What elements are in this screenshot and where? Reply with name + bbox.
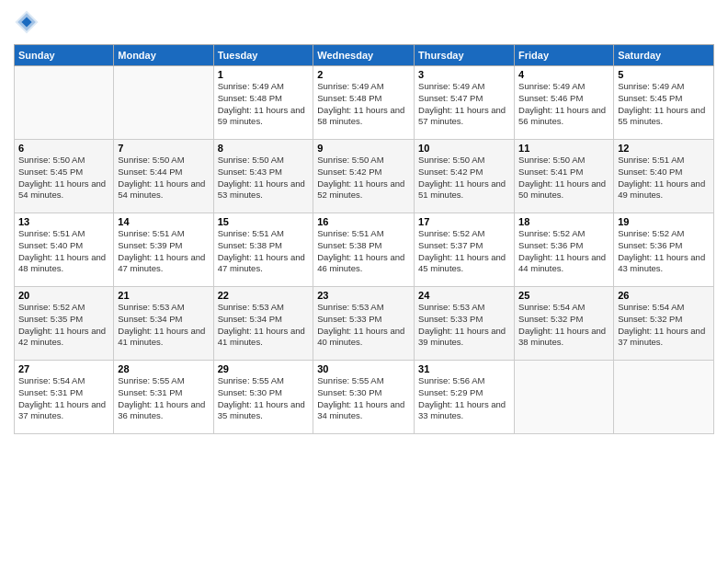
weekday-header-thursday: Thursday	[415, 45, 515, 66]
day-info: Sunrise: 5:52 AM Sunset: 5:37 PM Dayligh…	[418, 228, 510, 275]
day-cell: 20Sunrise: 5:52 AM Sunset: 5:35 PM Dayli…	[15, 287, 114, 361]
day-info: Sunrise: 5:51 AM Sunset: 5:38 PM Dayligh…	[218, 228, 310, 275]
day-info: Sunrise: 5:50 AM Sunset: 5:42 PM Dayligh…	[317, 155, 410, 201]
day-cell	[15, 66, 114, 140]
day-info: Sunrise: 5:55 AM Sunset: 5:30 PM Dayligh…	[317, 375, 410, 422]
weekday-header-tuesday: Tuesday	[213, 45, 313, 66]
day-cell: 14Sunrise: 5:51 AM Sunset: 5:39 PM Dayli…	[114, 213, 213, 287]
day-cell: 8Sunrise: 5:50 AM Sunset: 5:43 PM Daylig…	[213, 140, 313, 213]
day-info: Sunrise: 5:51 AM Sunset: 5:40 PM Dayligh…	[18, 228, 109, 275]
day-info: Sunrise: 5:50 AM Sunset: 5:41 PM Dayligh…	[518, 155, 609, 201]
day-number: 30	[317, 363, 410, 374]
day-number: 17	[418, 216, 510, 227]
day-cell: 3Sunrise: 5:49 AM Sunset: 5:47 PM Daylig…	[415, 66, 515, 140]
day-info: Sunrise: 5:52 AM Sunset: 5:36 PM Dayligh…	[518, 228, 609, 275]
day-number: 3	[418, 69, 510, 80]
header	[14, 9, 714, 35]
day-cell: 13Sunrise: 5:51 AM Sunset: 5:40 PM Dayli…	[15, 213, 114, 287]
day-number: 23	[317, 290, 410, 301]
day-number: 26	[618, 290, 710, 301]
day-info: Sunrise: 5:55 AM Sunset: 5:30 PM Dayligh…	[218, 375, 310, 422]
day-info: Sunrise: 5:50 AM Sunset: 5:43 PM Dayligh…	[218, 155, 310, 201]
day-info: Sunrise: 5:50 AM Sunset: 5:44 PM Dayligh…	[118, 155, 209, 201]
day-cell: 19Sunrise: 5:52 AM Sunset: 5:36 PM Dayli…	[614, 213, 714, 287]
day-cell: 21Sunrise: 5:53 AM Sunset: 5:34 PM Dayli…	[114, 287, 213, 361]
weekday-header-monday: Monday	[114, 45, 213, 66]
day-cell: 11Sunrise: 5:50 AM Sunset: 5:41 PM Dayli…	[515, 140, 614, 213]
day-number: 1	[218, 69, 310, 80]
day-info: Sunrise: 5:56 AM Sunset: 5:29 PM Dayligh…	[418, 375, 510, 422]
day-info: Sunrise: 5:53 AM Sunset: 5:33 PM Dayligh…	[418, 302, 510, 349]
day-cell: 22Sunrise: 5:53 AM Sunset: 5:34 PM Dayli…	[213, 287, 313, 361]
day-cell: 15Sunrise: 5:51 AM Sunset: 5:38 PM Dayli…	[213, 213, 313, 287]
day-cell: 1Sunrise: 5:49 AM Sunset: 5:48 PM Daylig…	[213, 66, 313, 140]
day-cell: 6Sunrise: 5:50 AM Sunset: 5:45 PM Daylig…	[15, 140, 114, 213]
day-info: Sunrise: 5:49 AM Sunset: 5:46 PM Dayligh…	[518, 81, 609, 128]
day-cell	[614, 361, 714, 434]
week-row-5: 27Sunrise: 5:54 AM Sunset: 5:31 PM Dayli…	[15, 361, 714, 434]
day-info: Sunrise: 5:54 AM Sunset: 5:32 PM Dayligh…	[618, 302, 710, 349]
weekday-header-saturday: Saturday	[614, 45, 714, 66]
week-row-1: 1Sunrise: 5:49 AM Sunset: 5:48 PM Daylig…	[15, 66, 714, 140]
day-cell: 30Sunrise: 5:55 AM Sunset: 5:30 PM Dayli…	[313, 361, 415, 434]
day-info: Sunrise: 5:52 AM Sunset: 5:36 PM Dayligh…	[618, 228, 710, 275]
day-cell: 18Sunrise: 5:52 AM Sunset: 5:36 PM Dayli…	[515, 213, 614, 287]
logo-icon	[14, 9, 40, 35]
day-cell: 29Sunrise: 5:55 AM Sunset: 5:30 PM Dayli…	[213, 361, 313, 434]
day-number: 27	[18, 363, 109, 374]
day-number: 2	[317, 69, 410, 80]
day-cell: 7Sunrise: 5:50 AM Sunset: 5:44 PM Daylig…	[114, 140, 213, 213]
day-number: 29	[218, 363, 310, 374]
day-number: 28	[118, 363, 209, 374]
page-container: SundayMondayTuesdayWednesdayThursdayFrid…	[0, 0, 728, 563]
day-cell: 25Sunrise: 5:54 AM Sunset: 5:32 PM Dayli…	[515, 287, 614, 361]
day-cell: 27Sunrise: 5:54 AM Sunset: 5:31 PM Dayli…	[15, 361, 114, 434]
day-info: Sunrise: 5:54 AM Sunset: 5:32 PM Dayligh…	[518, 302, 609, 349]
day-number: 12	[618, 143, 710, 154]
day-number: 24	[418, 290, 510, 301]
weekday-header-wednesday: Wednesday	[313, 45, 415, 66]
day-info: Sunrise: 5:51 AM Sunset: 5:39 PM Dayligh…	[118, 228, 209, 275]
day-number: 18	[518, 216, 609, 227]
day-number: 16	[317, 216, 410, 227]
day-number: 31	[418, 363, 510, 374]
week-row-2: 6Sunrise: 5:50 AM Sunset: 5:45 PM Daylig…	[15, 140, 714, 213]
day-cell: 2Sunrise: 5:49 AM Sunset: 5:48 PM Daylig…	[313, 66, 415, 140]
day-number: 15	[218, 216, 310, 227]
day-number: 22	[218, 290, 310, 301]
day-number: 7	[118, 143, 209, 154]
day-cell: 17Sunrise: 5:52 AM Sunset: 5:37 PM Dayli…	[415, 213, 515, 287]
day-cell: 23Sunrise: 5:53 AM Sunset: 5:33 PM Dayli…	[313, 287, 415, 361]
day-number: 11	[518, 143, 609, 154]
day-info: Sunrise: 5:53 AM Sunset: 5:33 PM Dayligh…	[317, 302, 410, 349]
week-row-4: 20Sunrise: 5:52 AM Sunset: 5:35 PM Dayli…	[15, 287, 714, 361]
day-cell: 5Sunrise: 5:49 AM Sunset: 5:45 PM Daylig…	[614, 66, 714, 140]
day-cell: 31Sunrise: 5:56 AM Sunset: 5:29 PM Dayli…	[415, 361, 515, 434]
day-number: 6	[18, 143, 109, 154]
day-number: 20	[18, 290, 109, 301]
day-info: Sunrise: 5:49 AM Sunset: 5:48 PM Dayligh…	[317, 81, 410, 128]
week-row-3: 13Sunrise: 5:51 AM Sunset: 5:40 PM Dayli…	[15, 213, 714, 287]
day-cell: 12Sunrise: 5:51 AM Sunset: 5:40 PM Dayli…	[614, 140, 714, 213]
day-number: 19	[618, 216, 710, 227]
day-cell: 28Sunrise: 5:55 AM Sunset: 5:31 PM Dayli…	[114, 361, 213, 434]
weekday-header-sunday: Sunday	[15, 45, 114, 66]
day-info: Sunrise: 5:50 AM Sunset: 5:42 PM Dayligh…	[418, 155, 510, 201]
day-cell: 16Sunrise: 5:51 AM Sunset: 5:38 PM Dayli…	[313, 213, 415, 287]
day-number: 5	[618, 69, 710, 80]
day-cell	[114, 66, 213, 140]
day-number: 10	[418, 143, 510, 154]
day-cell: 24Sunrise: 5:53 AM Sunset: 5:33 PM Dayli…	[415, 287, 515, 361]
weekday-header-row: SundayMondayTuesdayWednesdayThursdayFrid…	[15, 45, 714, 66]
day-info: Sunrise: 5:52 AM Sunset: 5:35 PM Dayligh…	[18, 302, 109, 349]
day-cell: 4Sunrise: 5:49 AM Sunset: 5:46 PM Daylig…	[515, 66, 614, 140]
day-info: Sunrise: 5:55 AM Sunset: 5:31 PM Dayligh…	[118, 375, 209, 422]
day-number: 21	[118, 290, 209, 301]
day-info: Sunrise: 5:49 AM Sunset: 5:48 PM Dayligh…	[218, 81, 310, 128]
day-info: Sunrise: 5:49 AM Sunset: 5:45 PM Dayligh…	[618, 81, 710, 128]
day-info: Sunrise: 5:50 AM Sunset: 5:45 PM Dayligh…	[18, 155, 109, 201]
day-number: 8	[218, 143, 310, 154]
day-cell: 9Sunrise: 5:50 AM Sunset: 5:42 PM Daylig…	[313, 140, 415, 213]
day-info: Sunrise: 5:49 AM Sunset: 5:47 PM Dayligh…	[418, 81, 510, 128]
day-cell: 26Sunrise: 5:54 AM Sunset: 5:32 PM Dayli…	[614, 287, 714, 361]
